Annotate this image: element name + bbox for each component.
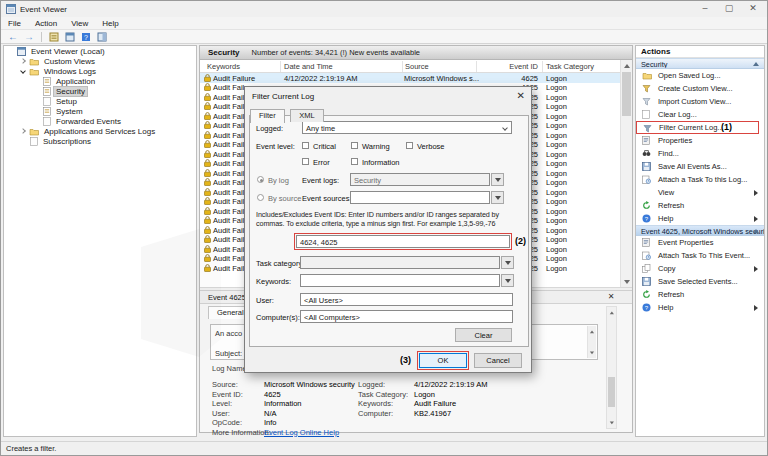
critical-checkbox[interactable] [302,142,309,149]
action-copy[interactable]: Copy [636,262,764,275]
by-log-radio[interactable] [257,176,264,183]
action-help[interactable]: ?Help [636,212,764,225]
actions-section-security[interactable]: Security [636,58,764,69]
action-attach-a-task-to-this-log[interactable]: Attach a Task To this Log... [636,173,764,186]
preview-scrollbar[interactable] [606,306,617,429]
action-refresh[interactable]: Refresh [636,288,764,301]
menu-file[interactable]: File [1,17,28,29]
tree-item-setup[interactable]: Setup [4,96,196,106]
tree-item-windows-logs[interactable]: Windows Logs [4,66,196,76]
close-button[interactable]: ✕ [741,1,765,17]
action-event-properties[interactable]: Event Properties [636,236,764,249]
information-checkbox[interactable] [351,158,358,165]
error-checkbox[interactable] [302,158,309,165]
action-pane-icon[interactable] [97,32,107,42]
scroll-up-icon[interactable] [621,60,632,71]
menu-action[interactable]: Action [28,17,64,29]
event-ids-input[interactable]: 4624, 4625 [296,235,510,248]
cancel-button[interactable]: Cancel [474,353,522,368]
action-view[interactable]: View [636,186,764,199]
tab-xml[interactable]: XML [290,109,323,122]
keywords-combobox[interactable] [300,274,500,287]
column-header-source[interactable]: Source [405,62,429,71]
ok-button[interactable]: OK [419,353,467,368]
action-create-custom-view[interactable]: Create Custom View... [636,82,764,95]
action-label: Find... [658,149,679,158]
back-icon[interactable]: ← [8,31,18,43]
task-category-combobox[interactable] [300,256,500,269]
maximize-button[interactable]: ▢ [717,1,741,17]
task-category-dropdown-icon[interactable] [501,256,514,269]
tree-item-security[interactable]: Security [4,86,196,96]
keywords-dropdown-icon[interactable] [501,274,514,287]
tab-filter[interactable]: Filter [250,109,285,123]
export-list-icon[interactable] [49,32,59,42]
action-import-custom-view[interactable]: Import Custom View... [636,95,764,108]
console-window-icon[interactable] [65,32,75,42]
action-filter-current-log[interactable]: Filter Current Log...(1) [636,121,759,134]
dialog-close-icon[interactable]: ✕ [517,90,525,101]
event-logs-dropdown-icon[interactable] [491,173,504,186]
event-row[interactable]: Audit Failure4/12/2022 2:19:19 AMMicroso… [200,73,621,83]
expand-chevron-icon[interactable] [20,68,26,74]
action-save-all-events-as[interactable]: Save All Events As... [636,160,764,173]
audit-lock-icon [204,93,211,101]
actions-section-event-4625-microsoft-windows-s[interactable]: Event 4625, Microsoft Windows security a… [636,225,764,236]
column-separator[interactable] [402,61,403,72]
help-icon[interactable]: ? [81,32,91,42]
column-header-event-id[interactable]: Event ID [476,62,538,71]
properties-icon [642,238,650,247]
action-properties[interactable]: Properties [636,134,764,147]
tree-item-applications-and-services-logs[interactable]: Applications and Services Logs [4,126,196,136]
column-header-date-and-time[interactable]: Date and Time [284,62,333,71]
column-header-task-category[interactable]: Task Category [546,62,594,71]
action-attach-task-to-this-event[interactable]: Attach Task To This Event... [636,249,764,262]
action-open-saved-log[interactable]: Open Saved Log... [636,69,764,82]
clear-button[interactable]: Clear [455,328,512,342]
forward-icon[interactable]: → [24,31,34,43]
event-list-scrollbar[interactable] [620,60,632,287]
event-logs-label: Event logs: [302,176,339,185]
tree-item-forwarded-events[interactable]: Forwarded Events [4,116,196,126]
menu-help[interactable]: Help [95,17,125,29]
event-sources-combobox[interactable] [350,191,490,204]
column-separator[interactable] [542,61,543,72]
event-log-online-help-link[interactable]: Event Log Online Help [264,428,339,437]
log-icon [43,77,51,86]
tree-item-application[interactable]: Application [4,76,196,86]
event-logs-combobox[interactable]: Security [350,173,490,186]
tree-item-system[interactable]: System [4,106,196,116]
scrollbar-thumb[interactable] [622,72,631,116]
collapse-icon[interactable] [753,62,759,66]
menu-view[interactable]: View [64,17,95,29]
tree-item-custom-views[interactable]: Custom Views [4,56,196,66]
minimize-button[interactable]: – [693,1,717,17]
event-sources-dropdown-icon[interactable] [491,191,504,204]
collapse-icon[interactable] [753,229,759,233]
expand-chevron-icon[interactable] [20,58,26,64]
action-clear-log[interactable]: Clear Log... [636,108,764,121]
section-header-label: Event 4625, Microsoft Windows security a… [641,227,764,236]
action-save-selected-events[interactable]: Save Selected Events... [636,275,764,288]
column-header-keywords[interactable]: Keywords [207,62,240,71]
by-source-radio[interactable] [257,194,264,201]
scroll-down-icon[interactable] [621,276,632,287]
action-help[interactable]: ?Help [636,301,764,314]
preview-close-icon[interactable]: ✕ [606,292,616,301]
verbose-checkbox[interactable] [406,142,413,149]
expand-chevron-icon[interactable] [20,128,26,134]
description-scrollbar[interactable] [587,326,596,358]
user-input[interactable]: <All Users> [300,293,513,306]
tree-item-subscriptions[interactable]: Subscriptions [4,136,196,146]
logged-combobox[interactable]: Any time [302,121,512,134]
action-refresh[interactable]: Refresh [636,199,764,212]
warning-checkbox[interactable] [351,142,358,149]
action-find[interactable]: Find... [636,147,764,160]
verbose-label: Verbose [417,142,445,151]
column-separator[interactable] [280,61,281,72]
tree-item-label: Event Viewer (Local) [29,47,107,56]
tree-item-event-viewer-local[interactable]: Event Viewer (Local) [4,46,196,56]
computers-input[interactable]: <All Computers> [300,310,513,323]
create-view-icon [642,84,651,93]
column-separator[interactable] [476,61,477,72]
